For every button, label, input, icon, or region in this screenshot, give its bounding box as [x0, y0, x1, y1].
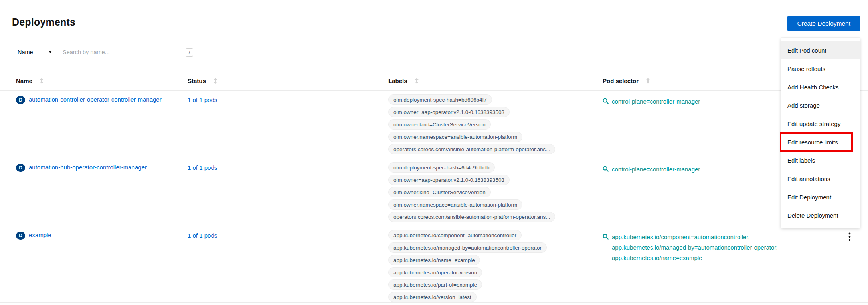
menu-item-edit-annotations[interactable]: Edit annotations: [781, 169, 860, 188]
menu-item-edit-deployment[interactable]: Edit Deployment: [781, 188, 860, 206]
name-cell: D automation-controller-operator-control…: [16, 91, 188, 104]
filter-type-dropdown[interactable]: Name: [12, 45, 57, 59]
menu-item-add-health-checks[interactable]: Add Health Checks: [781, 78, 860, 96]
deployment-resource-badge: D: [16, 164, 25, 172]
deployments-table: Name Status Labels Pod selector D automa…: [0, 71, 868, 303]
label-pill[interactable]: olm.owner=aap-operator.v2.1.0-0.16383935…: [388, 107, 510, 117]
search-input[interactable]: [57, 45, 197, 59]
menu-item-edit-update-strategy[interactable]: Edit update strategy: [781, 114, 860, 133]
masthead-divider: [0, 1, 868, 1]
pod-selector-cell: app.kubernetes.io/component=automationco…: [603, 226, 842, 263]
status-pods-link[interactable]: 1 of 1 pods: [188, 164, 217, 171]
label-pill[interactable]: olm.owner.namespace=ansible-automation-p…: [388, 132, 522, 142]
slash-shortcut-hint: /: [186, 48, 193, 57]
pod-selector-link[interactable]: control-plane=controller-manager: [612, 164, 700, 175]
column-header-label: Status: [188, 77, 206, 84]
labels-group: app.kubernetes.io/component=automationco…: [388, 226, 603, 302]
labels-group: olm.deployment-spec-hash=bd696b4f7olm.ow…: [388, 91, 603, 154]
sort-icon: [213, 78, 217, 84]
pod-selector-link[interactable]: app.kubernetes.io/component=automationco…: [612, 232, 778, 263]
table-row: D automation-controller-operator-control…: [0, 91, 868, 158]
deployment-name-link[interactable]: automation-hub-operator-controller-manag…: [29, 164, 147, 171]
sort-icon: [646, 78, 650, 84]
search-icon: [603, 98, 609, 104]
filter-toolbar: Name /: [12, 45, 197, 59]
label-pill[interactable]: olm.owner.kind=ClusterServiceVersion: [388, 187, 491, 197]
chevron-down-icon: [49, 51, 52, 53]
kebab-icon: [848, 232, 851, 241]
menu-item-edit-labels[interactable]: Edit labels: [781, 151, 860, 169]
label-pill[interactable]: olm.deployment-spec-hash=bd696b4f7: [388, 94, 492, 105]
name-cell: D automation-hub-operator-controller-man…: [16, 158, 188, 172]
label-pill[interactable]: olm.owner.kind=ClusterServiceVersion: [388, 119, 491, 130]
label-pill[interactable]: operators.coreos.com/ansible-automation-…: [388, 212, 555, 222]
table-body: D automation-controller-operator-control…: [0, 91, 868, 303]
create-deployment-button[interactable]: Create Deployment: [787, 16, 860, 31]
label-pill[interactable]: app.kubernetes.io/component=automationco…: [388, 230, 522, 240]
status-pods-link[interactable]: 1 of 1 pods: [188, 232, 217, 239]
kebab-cell: [842, 226, 868, 244]
menu-item-edit-resource-limits[interactable]: Edit resource limits: [781, 133, 860, 151]
table-row: D automation-hub-operator-controller-man…: [0, 158, 868, 226]
pod-selector-link[interactable]: control-plane=controller-manager: [612, 96, 700, 107]
deployment-resource-badge: D: [16, 96, 25, 104]
column-header-labels[interactable]: Labels: [388, 77, 419, 84]
label-pill[interactable]: app.kubernetes.io/version=latest: [388, 292, 477, 302]
column-header-label: Name: [16, 77, 32, 84]
menu-item-add-storage[interactable]: Add storage: [781, 96, 860, 114]
sort-icon: [415, 78, 419, 84]
label-pill[interactable]: app.kubernetes.io/part-of=example: [388, 279, 482, 290]
status-cell: 1 of 1 pods: [188, 158, 388, 171]
column-header-label: Pod selector: [603, 77, 639, 84]
status-pods-link[interactable]: 1 of 1 pods: [188, 96, 217, 103]
kebab-menu-button[interactable]: [847, 232, 852, 244]
label-pill[interactable]: operators.coreos.com/ansible-automation-…: [388, 144, 555, 154]
status-cell: 1 of 1 pods: [188, 226, 388, 239]
column-header-pod-selector[interactable]: Pod selector: [603, 77, 650, 84]
deployment-resource-badge: D: [16, 232, 25, 240]
menu-item-delete-deployment[interactable]: Delete Deployment: [781, 206, 860, 224]
label-pill[interactable]: app.kubernetes.io/operator-version: [388, 267, 482, 277]
page-title: Deployments: [12, 16, 75, 28]
menu-item-pause-rollouts[interactable]: Pause rollouts: [781, 59, 860, 78]
deployment-name-link[interactable]: example: [29, 232, 51, 238]
table-row: D example 1 of 1 pods app.kubernetes.io/…: [0, 226, 868, 303]
sort-icon: [40, 78, 44, 84]
search-box: /: [57, 45, 197, 59]
table-header-row: Name Status Labels Pod selector: [0, 71, 868, 91]
search-icon: [603, 234, 609, 240]
filter-type-value: Name: [18, 49, 33, 55]
menu-item-edit-pod-count[interactable]: Edit Pod count: [781, 41, 860, 59]
label-pill[interactable]: olm.owner.namespace=ansible-automation-p…: [388, 199, 522, 210]
label-pill[interactable]: olm.deployment-spec-hash=6d4c9fdbdb: [388, 162, 495, 173]
label-pill[interactable]: app.kubernetes.io/name=example: [388, 255, 480, 265]
deployment-name-link[interactable]: automation-controller-operator-controlle…: [29, 96, 162, 103]
status-cell: 1 of 1 pods: [188, 91, 388, 104]
name-cell: D example: [16, 226, 188, 240]
labels-group: olm.deployment-spec-hash=6d4c9fdbdbolm.o…: [388, 158, 603, 222]
label-pill[interactable]: app.kubernetes.io/managed-by=automationc…: [388, 242, 547, 253]
column-header-name[interactable]: Name: [16, 77, 44, 84]
actions-dropdown-menu: Edit Pod countPause rolloutsAdd Health C…: [781, 38, 860, 228]
label-pill[interactable]: olm.owner=aap-operator.v2.1.0-0.16383935…: [388, 175, 510, 185]
column-header-status[interactable]: Status: [188, 77, 217, 84]
search-icon: [603, 166, 609, 172]
column-header-label: Labels: [388, 77, 407, 84]
